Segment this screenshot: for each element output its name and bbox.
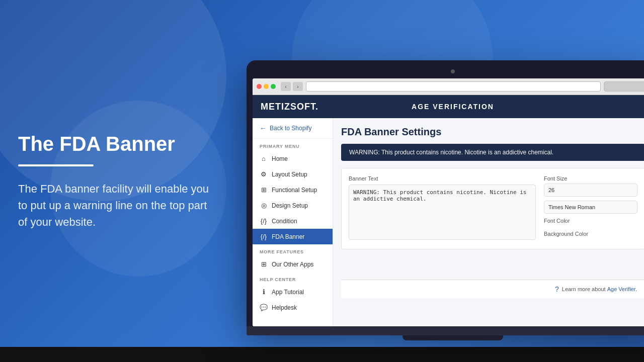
sidebar-other-apps-label: Our Other Apps [272, 261, 313, 268]
laptop-mockup: ‹ › METIZSOFT. AGE VERIFICATION [247, 60, 644, 340]
sidebar-helpdesk-label: Helpdesk [272, 304, 297, 311]
maximize-dot [271, 84, 276, 89]
laptop-screen: ‹ › METIZSOFT. AGE VERIFICATION [253, 78, 644, 326]
sidebar-fda-label: FDA Banner [272, 233, 304, 240]
back-to-shopify-label: Back to Shopify [270, 125, 311, 132]
help-center-section-label: HELP CENTER [253, 272, 333, 284]
condition-icon: {/} [260, 217, 268, 225]
back-arrow-icon: ← [260, 124, 267, 132]
functional-icon: ⊞ [260, 186, 268, 194]
page-title: The FDA Banner [18, 132, 229, 155]
laptop-outer: ‹ › METIZSOFT. AGE VERIFICATION [247, 60, 644, 326]
form-right: Font Size Font Color Background Color [544, 175, 637, 242]
laptop-base [247, 326, 644, 335]
layout-icon: ⚙ [260, 170, 268, 178]
browser-dots [257, 84, 276, 89]
settings-form: Banner Text WARNING: This product contai… [341, 168, 644, 249]
browser-chrome: ‹ › [253, 78, 644, 95]
apps-icon: ⊞ [260, 260, 268, 268]
sidebar-item-fda-banner[interactable]: {/} FDA Banner [253, 229, 333, 244]
app-container: METIZSOFT. AGE VERIFICATION ← Back to Sh… [253, 95, 644, 326]
page-description: The FDA banner facility will enable you … [18, 180, 209, 230]
sidebar: ← Back to Shopify PRIMARY MENU ⌂ Home ⚙ … [253, 118, 333, 326]
back-to-shopify[interactable]: ← Back to Shopify [253, 118, 333, 139]
sidebar-condition-label: Condition [272, 218, 297, 225]
browser-nav: ‹ › [281, 82, 303, 91]
app-logo: METIZSOFT. [261, 102, 412, 112]
app-nav-title: AGE VERIFICATION [412, 103, 494, 111]
fda-page-title: FDA Banner Settings [341, 126, 644, 138]
helpdesk-icon: 💬 [260, 304, 268, 311]
sidebar-design-label: Design Setup [272, 202, 308, 209]
address-bar[interactable] [306, 81, 601, 92]
left-panel: The FDA Banner The FDA banner facility w… [18, 0, 229, 362]
tutorial-icon: ℹ [260, 288, 268, 296]
forward-button[interactable]: › [293, 82, 303, 91]
fda-warning-bar: WARNING: This product contains nicotine.… [341, 144, 644, 161]
primary-menu-section-label: PRIMARY MENU [253, 139, 333, 151]
title-divider [18, 164, 94, 166]
sidebar-item-design-setup[interactable]: ◎ Design Setup [253, 198, 333, 213]
footer-learn-more: Learn more about [562, 286, 606, 292]
more-features-section-label: MORE FEATURES [253, 244, 333, 256]
banner-text-input[interactable]: WARNING: This product contains nicotine.… [349, 185, 536, 240]
sidebar-item-app-tutorial[interactable]: ℹ App Tutorial [253, 284, 333, 300]
laptop-camera [253, 66, 644, 75]
minimize-dot [264, 84, 269, 89]
home-icon: ⌂ [260, 155, 268, 162]
help-circle-icon: ? [555, 285, 559, 293]
sidebar-item-helpdesk[interactable]: 💬 Helpdesk [253, 300, 333, 315]
camera-dot [451, 69, 455, 73]
sidebar-item-other-apps[interactable]: ⊞ Our Other Apps [253, 256, 333, 272]
main-content: FDA Banner Settings WARNING: This produc… [333, 118, 644, 326]
sidebar-functional-label: Functional Setup [272, 187, 317, 194]
sidebar-tutorial-label: App Tutorial [272, 289, 304, 296]
sidebar-item-layout-setup[interactable]: ⚙ Layout Setup [253, 166, 333, 182]
banner-text-label: Banner Text [349, 175, 536, 182]
search-bar[interactable] [604, 81, 644, 92]
design-icon: ◎ [260, 202, 268, 209]
font-size-label: Font Size [544, 175, 637, 182]
app-navbar: METIZSOFT. AGE VERIFICATION [253, 95, 644, 118]
sidebar-item-functional-setup[interactable]: ⊞ Functional Setup [253, 182, 333, 198]
back-button[interactable]: ‹ [281, 82, 291, 91]
font-family-input[interactable] [544, 201, 637, 214]
sidebar-home-label: Home [272, 155, 288, 162]
laptop-stand [403, 335, 503, 340]
fda-icon: {/} [260, 233, 268, 240]
app-body: ← Back to Shopify PRIMARY MENU ⌂ Home ⚙ … [253, 118, 644, 326]
close-dot [257, 84, 262, 89]
form-left: Banner Text WARNING: This product contai… [349, 175, 536, 242]
footer-bar: ? Learn more about Age Verifier. [341, 280, 644, 298]
font-size-input[interactable] [544, 184, 637, 197]
sidebar-layout-label: Layout Setup [272, 171, 307, 178]
sidebar-item-condition[interactable]: {/} Condition [253, 213, 333, 229]
font-color-label: Font Color [544, 218, 637, 224]
sidebar-item-home[interactable]: ⌂ Home [253, 151, 333, 166]
age-verifier-link[interactable]: Age Verifier. [607, 286, 637, 292]
bg-color-label: Background Color [544, 231, 637, 237]
